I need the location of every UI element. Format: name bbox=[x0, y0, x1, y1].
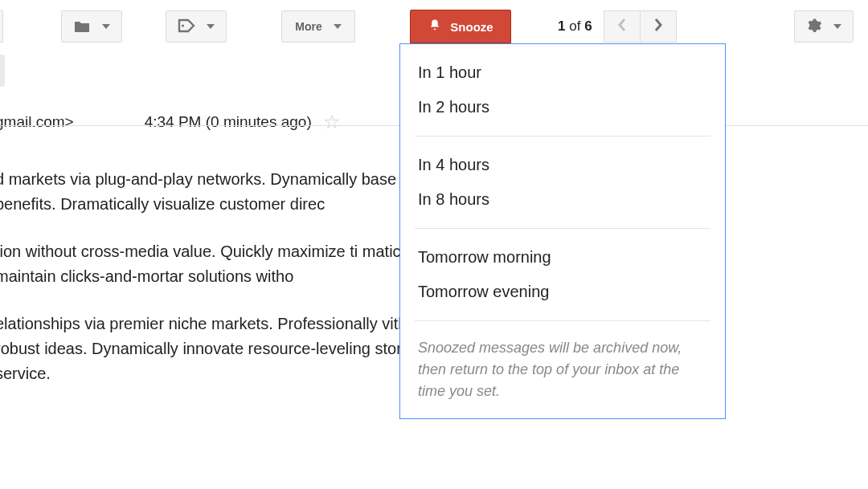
next-button[interactable] bbox=[640, 10, 677, 43]
body-paragraph: elationships via premier niche markets. … bbox=[0, 312, 445, 386]
sender-address: gmail.com> bbox=[0, 113, 74, 131]
snooze-option[interactable]: In 8 hours bbox=[400, 182, 725, 217]
snooze-option[interactable]: In 4 hours bbox=[400, 148, 725, 182]
pager-of: of bbox=[569, 18, 580, 34]
settings-button[interactable] bbox=[794, 10, 854, 43]
snooze-option[interactable]: In 1 hour bbox=[400, 55, 725, 90]
star-icon[interactable]: ☆ bbox=[323, 111, 341, 133]
subject-chip bbox=[0, 55, 5, 87]
labels-button[interactable] bbox=[166, 10, 227, 43]
bell-icon bbox=[428, 18, 442, 35]
pager-current: 1 bbox=[558, 18, 565, 34]
snooze-option[interactable]: Tomorrow evening bbox=[400, 275, 725, 309]
chevron-left-icon bbox=[616, 17, 628, 36]
caret-icon bbox=[833, 24, 841, 29]
chevron-right-icon bbox=[653, 17, 664, 36]
more-button[interactable]: More bbox=[281, 10, 355, 43]
body-paragraph: d markets via plug-and-play networks. Dy… bbox=[0, 167, 445, 217]
archive-button-cropped[interactable] bbox=[0, 10, 3, 43]
pager: 1 of 6 bbox=[558, 10, 677, 43]
snooze-menu: In 1 hour In 2 hours In 4 hours In 8 hou… bbox=[399, 43, 726, 419]
message-body: d markets via plug-and-play networks. Dy… bbox=[0, 167, 445, 386]
caret-icon bbox=[207, 24, 215, 29]
gear-icon bbox=[806, 18, 822, 36]
prev-button[interactable] bbox=[604, 10, 641, 43]
snooze-note: Snoozed messages will be archived now, t… bbox=[400, 329, 725, 409]
svg-point-0 bbox=[182, 24, 184, 26]
move-to-button[interactable] bbox=[61, 10, 122, 43]
snooze-label: Snooze bbox=[450, 20, 493, 34]
label-icon bbox=[178, 18, 195, 35]
menu-separator bbox=[415, 136, 710, 137]
menu-separator bbox=[415, 320, 710, 321]
body-paragraph: tion without cross-media value. Quickly … bbox=[0, 239, 445, 289]
folder-icon bbox=[73, 19, 91, 34]
more-label: More bbox=[295, 20, 321, 33]
snooze-button[interactable]: Snooze bbox=[410, 10, 511, 43]
snooze-option[interactable]: In 2 hours bbox=[400, 90, 725, 124]
pager-total: 6 bbox=[584, 18, 592, 34]
snooze-option[interactable]: Tomorrow morning bbox=[400, 240, 725, 275]
caret-icon bbox=[334, 24, 342, 29]
caret-icon bbox=[102, 24, 110, 29]
message-timestamp: 4:34 PM (0 minutes ago) bbox=[145, 113, 312, 131]
menu-separator bbox=[415, 228, 710, 229]
pager-text: 1 of 6 bbox=[558, 18, 592, 35]
